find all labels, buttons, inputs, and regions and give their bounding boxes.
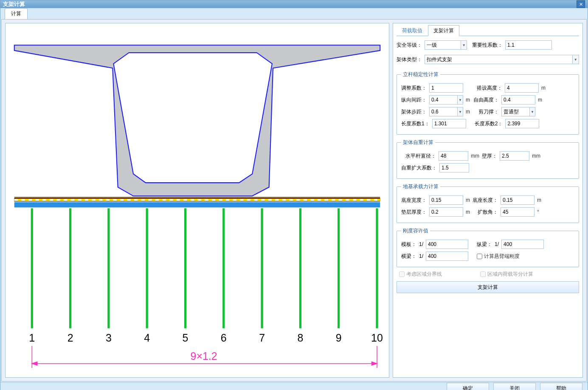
- long-beam-input[interactable]: [501, 240, 544, 249]
- cantilever-checkbox[interactable]: [477, 254, 482, 259]
- post-label-3: 3: [106, 332, 112, 344]
- post-label-7: 7: [259, 332, 265, 344]
- chevron-down-icon: ▼: [572, 55, 579, 64]
- chevron-down-icon: ▼: [461, 41, 467, 49]
- close-button[interactable]: 关闭: [493, 383, 536, 390]
- main-body: 1 2 3 4 5 6 7 8 9 10: [1, 19, 587, 382]
- tab-calc[interactable]: 支架计算: [428, 25, 459, 36]
- group-selfweight: 架体自重计算 水平杆直径： mm 壁厚： mm 自重扩大系数：: [397, 139, 579, 179]
- group-foundation-title: 地基承载力计算: [401, 183, 440, 190]
- hbar-dia-input[interactable]: [439, 151, 468, 161]
- post-label-6: 6: [221, 332, 227, 344]
- long-spacing-input[interactable]: ▼: [429, 95, 463, 105]
- dimension-text: 9×1.2: [191, 350, 217, 362]
- outer-tab-calc[interactable]: 计算: [5, 8, 28, 19]
- group-stability: 立杆稳定性计算 调整系数： 搭设高度： m 纵向间距： ▼ m 自由高度：: [397, 71, 579, 135]
- len-coef1-input[interactable]: [432, 119, 466, 128]
- diagram-canvas: 1 2 3 4 5 6 7 8 9 10: [5, 23, 389, 378]
- boundary-checkbox[interactable]: [399, 271, 405, 277]
- frame-type-label: 架体类型：: [397, 56, 422, 63]
- base-l-input[interactable]: [501, 195, 535, 205]
- post-label-9: 9: [336, 332, 342, 344]
- chevron-down-icon: ▼: [529, 107, 535, 116]
- post-label-5: 5: [183, 332, 188, 344]
- step-input[interactable]: ▼: [429, 107, 463, 116]
- main-window: 支架计算 ✕ 计算: [0, 0, 588, 390]
- chevron-down-icon: ▼: [457, 107, 463, 116]
- importance-input[interactable]: [505, 40, 552, 50]
- wall-thick-input[interactable]: [500, 151, 529, 161]
- len-coef2-input[interactable]: [505, 119, 539, 128]
- close-icon[interactable]: ✕: [577, 0, 585, 8]
- free-height-input[interactable]: [501, 95, 535, 105]
- frame-type-select[interactable]: ▼: [425, 55, 579, 64]
- group-selfweight-title: 架体自重计算: [401, 139, 435, 146]
- equal-load-checkbox[interactable]: [480, 271, 486, 277]
- svg-marker-20: [372, 362, 377, 365]
- group-foundation: 地基承载力计算 底座宽度： m 底座长度： m 垫层厚度： m 扩散角： °: [397, 183, 579, 223]
- spread-angle-input[interactable]: [501, 207, 535, 217]
- group-stiffness-title: 刚度容许值: [401, 227, 430, 235]
- outer-tabs: 计算: [0, 8, 588, 19]
- scissor-select[interactable]: ▼: [501, 107, 535, 116]
- cross-beam-input[interactable]: [426, 252, 468, 261]
- adjust-coef-input[interactable]: [429, 83, 463, 93]
- window-title: 支架计算: [3, 0, 577, 8]
- post-label-10: 10: [371, 332, 383, 344]
- post-label-4: 4: [144, 332, 150, 344]
- template-input[interactable]: [426, 240, 468, 249]
- right-panel: 荷载取值 支架计算 安全等级： ▼ 重要性系数： 架体类型： ▼: [393, 23, 583, 378]
- erect-height-input[interactable]: [505, 83, 539, 93]
- base-w-input[interactable]: [429, 195, 463, 205]
- svg-rect-5: [14, 202, 380, 207]
- bridge-diagram: 1 2 3 4 5 6 7 8 9 10: [6, 23, 389, 377]
- bottom-checks: 考虑区域分界线 区域内荷载等分计算: [397, 267, 579, 281]
- group-stability-title: 立杆稳定性计算: [401, 71, 440, 78]
- group-stiffness: 刚度容许值 模板： 1/ 纵梁： 1/ 横梁： 1/ 计算悬臂端刚度: [397, 227, 579, 267]
- calc-button[interactable]: 支架计算: [397, 281, 579, 293]
- footer: 确定 关闭 帮助: [0, 382, 588, 390]
- importance-label: 重要性系数：: [472, 42, 503, 49]
- chevron-down-icon: ▼: [457, 96, 463, 104]
- tab-load[interactable]: 荷载取值: [397, 25, 428, 36]
- safety-level-select[interactable]: ▼: [425, 40, 467, 50]
- ok-button[interactable]: 确定: [447, 383, 489, 390]
- titlebar: 支架计算 ✕: [0, 0, 588, 8]
- safety-level-label: 安全等级：: [397, 42, 422, 49]
- post-label-2: 2: [68, 332, 73, 344]
- svg-marker-19: [32, 362, 37, 365]
- svg-rect-0: [14, 197, 380, 198]
- sw-factor-input[interactable]: [439, 163, 469, 172]
- post-label-1: 1: [29, 332, 35, 344]
- pad-t-input[interactable]: [429, 207, 463, 217]
- inner-tabs: 荷载取值 支架计算: [397, 25, 579, 36]
- help-button[interactable]: 帮助: [540, 383, 582, 390]
- post-label-8: 8: [297, 332, 303, 344]
